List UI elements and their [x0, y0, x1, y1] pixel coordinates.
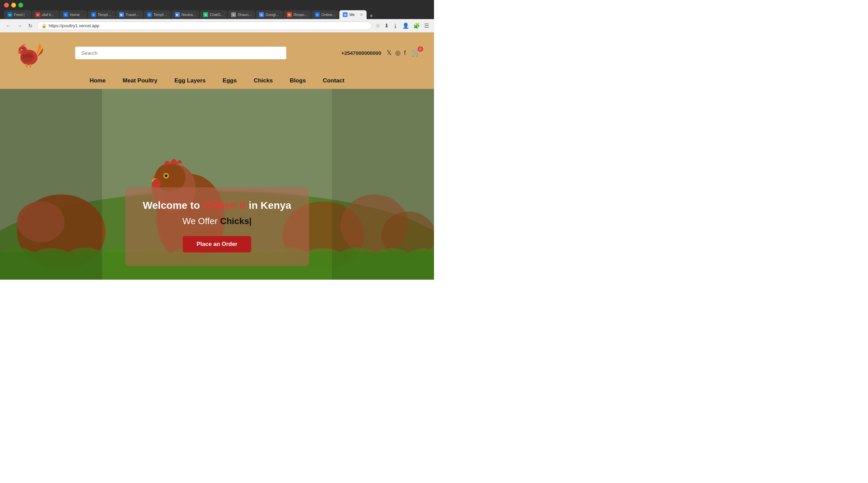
tab-favicon-tab-shaun: S [231, 12, 236, 17]
tab-tab-travel[interactable]: ▶Travel... [116, 10, 143, 19]
svg-rect-23 [332, 89, 434, 280]
tab-favicon-tab-templ1: C [91, 12, 96, 17]
tab-label-tab-olaf: olaf b... [42, 13, 54, 17]
traffic-lights [4, 3, 430, 7]
nav-item-home[interactable]: Home [90, 77, 106, 84]
svg-rect-7 [30, 64, 31, 67]
menu-icon[interactable]: ☰ [423, 21, 430, 30]
tab-favicon-tab-olaf: O [35, 12, 40, 17]
tab-label-tab-feed: Feed | [14, 13, 25, 17]
tab-label-tab-shaun: Shaun... [238, 13, 252, 17]
hero-text-box: Welcome to Chiken it in Kenya We Offer C… [125, 187, 309, 266]
tab-tab-respo[interactable]: RRespo... [284, 10, 311, 19]
nav-item-blogs[interactable]: Blogs [290, 77, 306, 84]
browser-toolbar: ← → ↻ 🔒 https://poultry1.vercel.app ☆ ⬇ … [0, 19, 434, 32]
toolbar-icons: ☆ ⬇ ⭳ 👤 🧩 ☰ [374, 21, 430, 30]
svg-point-17 [152, 179, 161, 188]
tab-tab-feed[interactable]: inFeed | [4, 10, 31, 19]
tab-tab-shaun[interactable]: SShaun... [228, 10, 255, 19]
svg-point-16 [165, 174, 167, 177]
tab-label-tab-travel: Travel... [126, 13, 139, 17]
nav-item-chicks[interactable]: Chicks [254, 77, 273, 84]
close-button[interactable] [4, 3, 9, 7]
hero-brand-name: Chiken it [203, 200, 246, 211]
tab-favicon-tab-home: C [63, 12, 68, 17]
svg-rect-6 [26, 64, 28, 67]
tab-label-tab-templ1: Templ... [98, 13, 111, 17]
tab-tab-online[interactable]: COnline... [311, 10, 339, 19]
forward-button[interactable]: → [15, 22, 24, 30]
nav-item-meat-poultry[interactable]: Meat Poultry [123, 77, 157, 84]
header-search [75, 47, 286, 59]
twitter-icon[interactable]: 𝕏 [387, 49, 392, 57]
tab-label-tab-neutra: Neutra... [181, 13, 196, 17]
tab-tab-chatg[interactable]: GChatG... [200, 10, 227, 19]
tab-favicon-tab-google: G [259, 12, 264, 17]
tab-tab-we[interactable]: WWe✕ [339, 10, 367, 19]
cart-badge: 0 [418, 46, 423, 52]
minimize-button[interactable] [11, 3, 16, 7]
site-logo[interactable] [14, 37, 44, 68]
tab-label-tab-online: Online... [321, 13, 335, 17]
url-display: https://poultry1.vercel.app [49, 23, 367, 28]
back-button[interactable]: ← [4, 22, 13, 30]
phone-number: +2547000000000 [341, 50, 381, 56]
tab-label-tab-respo: Respo... [293, 13, 307, 17]
tab-tab-olaf[interactable]: Oolaf b... [32, 10, 59, 19]
tab-label-tab-templ2: Templ... [154, 13, 167, 17]
tab-favicon-tab-chatg: G [203, 12, 208, 17]
hero-section: Welcome to Chiken it in Kenya We Offer C… [0, 89, 434, 280]
site-header: +2547000000000 𝕏 ◎ f 🛒 0 HomeMeat Poultr… [0, 32, 434, 89]
address-bar[interactable]: 🔒 https://poultry1.vercel.app [37, 21, 372, 30]
nav-item-eggs[interactable]: Eggs [223, 77, 237, 84]
maximize-button[interactable] [18, 3, 23, 7]
tab-close-tab-we[interactable]: ✕ [360, 12, 363, 17]
search-input[interactable] [75, 47, 286, 59]
pocket-icon[interactable]: ⬇ [383, 21, 390, 30]
nav-item-egg-layers[interactable]: Egg Layers [174, 77, 206, 84]
tab-label-tab-chatg: ChatG... [210, 13, 224, 17]
cart-icon-wrapper[interactable]: 🛒 0 [411, 48, 420, 57]
new-tab-button[interactable]: + [367, 13, 375, 19]
lock-icon: 🔒 [42, 24, 47, 28]
nav-item-contact[interactable]: Contact [323, 77, 344, 84]
tab-favicon-tab-neutra: ▶ [175, 12, 180, 17]
tab-tab-google[interactable]: GGoogl... [256, 10, 283, 19]
header-top: +2547000000000 𝕏 ◎ f 🛒 0 [14, 32, 420, 73]
tab-favicon-tab-feed: in [7, 12, 12, 17]
tab-label-tab-we: We [349, 13, 355, 17]
typing-cursor: | [249, 216, 252, 226]
tab-favicon-tab-respo: R [287, 12, 292, 17]
extensions-icon[interactable]: 🧩 [412, 21, 421, 30]
hero-title-prefix: Welcome to [143, 200, 203, 211]
browser-tabs: inFeed |Oolaf b...CHomeCTempl...▶Travel.… [4, 10, 430, 19]
tab-label-tab-google: Googl... [266, 13, 279, 17]
download-icon[interactable]: ⭳ [392, 22, 399, 30]
place-order-button[interactable]: Place an Order [183, 236, 251, 252]
tab-label-tab-home: Home [70, 13, 80, 17]
tab-favicon-tab-templ2: C [147, 12, 152, 17]
hero-subtitle: We Offer Chicks| [139, 216, 295, 227]
hero-title: Welcome to Chiken it in Kenya [139, 200, 295, 211]
tab-tab-templ2[interactable]: CTempl... [144, 10, 171, 19]
tab-favicon-tab-online: C [315, 12, 320, 17]
reload-button[interactable]: ↻ [27, 22, 34, 30]
facebook-icon[interactable]: f [404, 49, 406, 57]
tab-tab-templ1[interactable]: CTempl... [88, 10, 115, 19]
bookmark-icon[interactable]: ☆ [374, 21, 381, 30]
hero-typed-text: Chicks [220, 216, 249, 226]
profile-icon[interactable]: 👤 [401, 21, 410, 30]
svg-rect-22 [0, 89, 102, 280]
tab-favicon-tab-we: W [343, 12, 348, 17]
tab-tab-neutra[interactable]: ▶Neutra... [172, 10, 199, 19]
site-nav: HomeMeat PoultryEgg LayersEggsChicksBlog… [14, 73, 420, 89]
hero-subtitle-prefix: We Offer [182, 216, 220, 226]
hero-title-suffix: in Kenya [246, 200, 291, 211]
tab-favicon-tab-travel: ▶ [119, 12, 124, 17]
tab-tab-home[interactable]: CHome [60, 10, 87, 19]
browser-chrome: inFeed |Oolaf b...CHomeCTempl...▶Travel.… [0, 0, 434, 19]
social-icons: 𝕏 ◎ f [387, 49, 406, 57]
instagram-icon[interactable]: ◎ [395, 49, 401, 57]
svg-point-5 [21, 49, 22, 50]
svg-point-3 [18, 51, 21, 54]
